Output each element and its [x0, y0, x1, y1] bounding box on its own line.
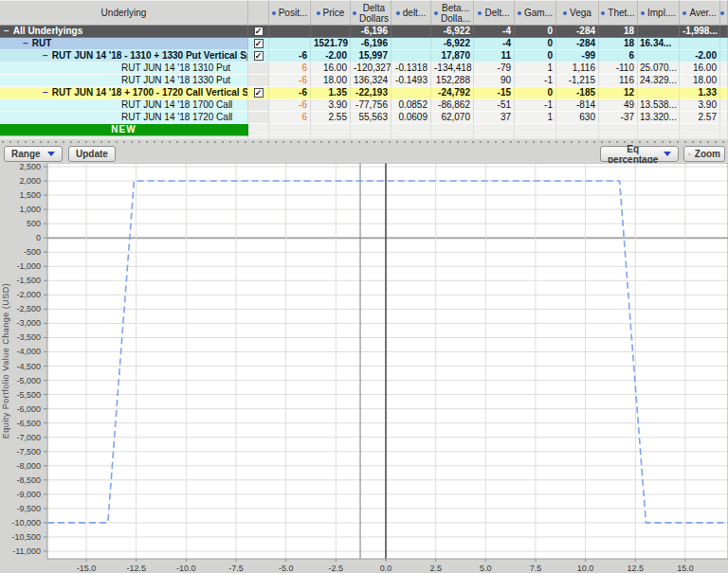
column-header-vega[interactable]: Vega	[556, 0, 599, 25]
column-bullet-icon	[720, 11, 724, 15]
range-dropdown[interactable]: Range	[4, 146, 63, 162]
table-row-all-underlyings[interactable]: −All Underlyings✓-6,196-6,922-40-28418-1…	[0, 26, 728, 38]
column-bullet-icon	[682, 11, 686, 15]
cell-aver: 2.57	[680, 112, 720, 124]
table-row-rut-1310-put[interactable]: RUT JUN 14 '18 1310 Put616.00-120,327-0.…	[0, 63, 728, 75]
row-checkbox[interactable]: ✓	[254, 88, 264, 98]
cell-delt2: -15	[474, 87, 515, 99]
cell-delta_dollars: -120,327	[351, 63, 391, 75]
eq-percentage-dropdown[interactable]: Eq percentage	[600, 146, 679, 162]
table-row-rut-1700-call[interactable]: RUT JUN 14 '18 1700 Call-63.90-77,7560.0…	[0, 99, 728, 112]
column-header-delt2[interactable]: Delt...	[474, 0, 515, 25]
cell-value: -6	[299, 87, 307, 98]
column-header-underlying[interactable]: Underlying	[0, 0, 248, 25]
collapse-icon[interactable]: −	[43, 50, 48, 61]
table-row-rut-1720-call[interactable]: RUT JUN 14 '18 1720 Call62.5555,5630.060…	[0, 112, 728, 124]
cell-vega: -1,215	[556, 75, 599, 87]
table-row-call-vertical[interactable]: −RUT JUN 14 '18 + 1700 - 1720 Call Verti…	[0, 87, 728, 99]
cell-vega: 1,116	[556, 63, 599, 75]
column-header-gam[interactable]: Gam...	[515, 0, 556, 25]
cell-extra	[720, 75, 728, 87]
table-row-put-vertical[interactable]: −RUT JUN 14 '18 - 1310 + 1330 Put Vertic…	[0, 50, 728, 63]
cell-value: -6	[299, 50, 307, 61]
column-header-posit[interactable]: Posit...	[269, 0, 311, 25]
column-header-delt[interactable]: delt...	[391, 0, 431, 25]
cell-delt	[391, 50, 431, 63]
column-header-delta_dollars[interactable]: Delta Dollars	[351, 0, 391, 25]
cell-vega	[556, 124, 599, 136]
cell-delta_dollars: -22,193	[351, 87, 391, 99]
column-header-label: Impl....	[647, 8, 676, 18]
collapse-icon[interactable]: −	[23, 38, 28, 48]
cell-value: -6,922	[444, 38, 470, 48]
column-header-aver[interactable]: Aver...	[680, 0, 720, 25]
underlying-label: RUT JUN 14 '18 1700 Call	[121, 99, 232, 110]
x-tick-label: 7.5	[530, 564, 542, 573]
cell-delt: 0.0852	[391, 99, 431, 112]
row-checkbox[interactable]: ✓	[254, 39, 264, 48]
cell-beta: 17,870	[431, 50, 474, 63]
cell-extra	[720, 38, 728, 50]
update-button[interactable]: Update	[68, 146, 116, 162]
y-tick-label: -9,000	[16, 490, 41, 499]
x-tick-label: -5.0	[279, 564, 294, 573]
column-header-extra[interactable]	[720, 0, 728, 25]
cell-price	[311, 26, 351, 38]
cell-value: -0.1493	[395, 75, 428, 85]
row-checkbox[interactable]: ✓	[254, 51, 264, 61]
column-header-impl[interactable]: Impl....	[638, 0, 680, 25]
cell-gam: 0	[515, 87, 556, 99]
collapse-icon[interactable]: −	[43, 87, 48, 98]
cell-posit: -6	[269, 87, 311, 99]
cell-value: -51	[498, 99, 511, 110]
cell-value: -120,327	[354, 63, 391, 73]
cell-value: -77,756	[355, 99, 388, 110]
underlying-label: RUT	[32, 38, 52, 48]
table-row-rut-1330-put[interactable]: RUT JUN 14 '18 1330 Put-618.00136,324-0.…	[0, 75, 728, 87]
cell-value: 17,870	[441, 50, 470, 61]
cell-value: 18	[624, 26, 634, 36]
column-bullet-icon	[518, 11, 521, 15]
cell-price: -2.00	[311, 50, 351, 63]
cell-checkbox	[248, 99, 269, 112]
table-row-rut[interactable]: −RUT✓1521.79-6,196-6,922-40-2841816.34..…	[0, 38, 728, 50]
row-checkbox[interactable]: ✓	[254, 27, 264, 36]
cell-gam	[515, 124, 556, 136]
column-header-price[interactable]: Price	[311, 0, 351, 25]
column-header-label: delt...	[403, 8, 426, 18]
zoom-button[interactable]: Zoom	[683, 146, 725, 162]
cell-value: 49	[624, 99, 634, 110]
new-order-row[interactable]: NEW	[0, 124, 728, 136]
cell-aver: 18.00	[680, 75, 720, 87]
cell-value: -1,215	[569, 75, 595, 85]
column-header-thet[interactable]: Thet...	[599, 0, 638, 25]
cell-price: 18.00	[311, 75, 351, 87]
cell-value: 25.070...	[640, 63, 677, 73]
cell-value: 18.00	[693, 75, 717, 85]
cell-vega: -185	[556, 87, 599, 99]
cell-vega: -99	[556, 50, 599, 63]
cell-thet: 116	[599, 75, 638, 87]
cell-underlying: −RUT	[0, 38, 248, 50]
underlying-label: RUT JUN 14 '18 1720 Call	[121, 112, 232, 122]
cell-checkbox: ✓	[248, 38, 269, 50]
cell-vega: -284	[556, 38, 599, 50]
cell-beta: -6,922	[431, 38, 474, 50]
cell-delt2: 90	[474, 75, 515, 87]
y-tick-label: -5,500	[16, 390, 41, 400]
cell-value: -4	[502, 38, 511, 48]
y-tick-label: -3,500	[16, 332, 41, 342]
table-header-row: UnderlyingPosit...PriceDelta Dollarsdelt…	[0, 0, 728, 26]
cell-thet: 6	[599, 50, 638, 63]
cell-gam: -1	[515, 75, 556, 87]
column-header-label: Delt...	[484, 8, 509, 18]
cell-value: 18.00	[323, 75, 347, 85]
column-header-beta[interactable]: Beta... Dolla...	[431, 0, 474, 25]
cell-gam: 0	[515, 50, 556, 63]
collapse-icon[interactable]: −	[4, 26, 9, 36]
cell-gam: 1	[515, 63, 556, 75]
cell-delt2: -4	[474, 38, 515, 50]
cell-value: 16.00	[323, 63, 347, 73]
y-tick-label: -4,000	[16, 347, 41, 356]
cell-aver: -2.00	[680, 50, 720, 63]
